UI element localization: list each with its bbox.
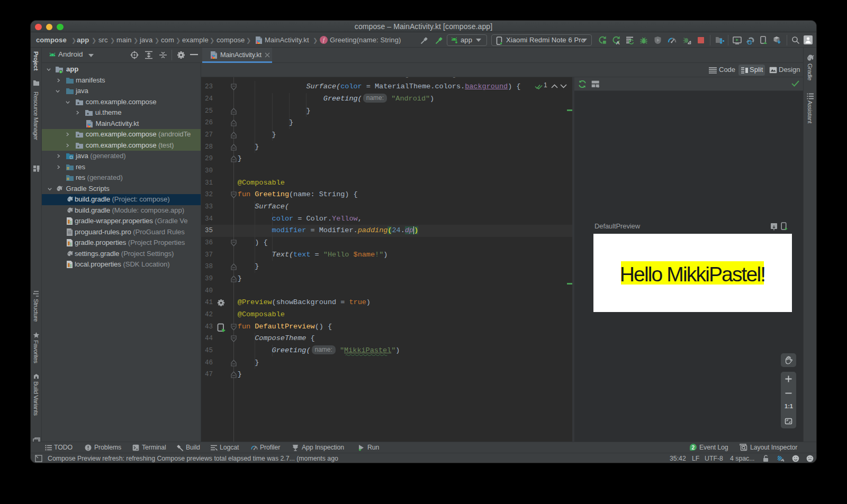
svg-text:A: A bbox=[616, 40, 620, 45]
